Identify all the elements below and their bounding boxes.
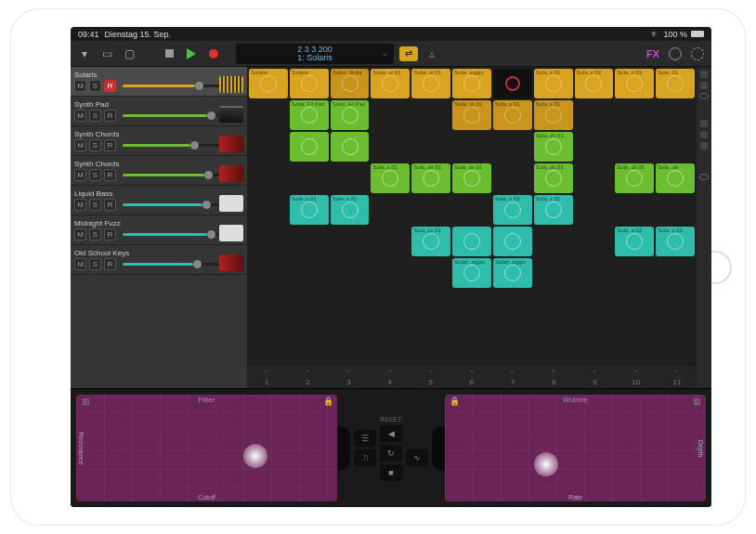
loop-cell[interactable]: Sola..s 01 [290,195,329,225]
empty-cell[interactable] [290,163,329,193]
empty-cell[interactable] [656,132,695,162]
track-header[interactable]: Synth Chords M S R [71,126,247,156]
xy-pad-filter[interactable]: ▥ Filter 🔒 Resonance Cutoff [76,395,337,501]
record-enable-button[interactable]: R [104,228,116,241]
fx-button[interactable]: FX [645,46,661,62]
empty-cell[interactable] [452,195,491,225]
scene-trigger[interactable]: 9 [575,366,614,388]
track-header[interactable]: Synth Chords M S R [71,156,247,186]
loop-cell[interactable]: Solaris [290,69,329,98]
record-enable-button[interactable]: R [104,110,116,122]
mute-button[interactable]: M [74,258,86,270]
record-enable-button[interactable]: R [104,169,116,181]
solo-button[interactable]: S [89,169,101,181]
solo-button[interactable]: S [89,199,101,211]
xy-orb[interactable] [534,452,558,476]
empty-cell[interactable] [534,227,573,256]
strip-marker[interactable] [700,82,708,89]
empty-cell[interactable] [575,195,614,225]
loop-cell[interactable]: Sola..s 03 [615,69,654,98]
loop-cell[interactable]: Sola..ds 01 [534,132,573,162]
cycle-button[interactable]: ⇄ [399,46,418,61]
record-enable-button[interactable]: R [104,139,116,151]
empty-cell[interactable] [615,195,654,225]
view-menu-button[interactable]: ▾ [76,46,93,62]
loop-cell[interactable]: Sola..s 03 [656,227,695,256]
mute-button[interactable]: M [74,228,86,241]
track-header[interactable]: Old School Keys M S R [71,245,247,275]
instrument-icon[interactable] [219,136,243,152]
scene-trigger[interactable]: 10 [617,366,656,388]
xy-orb[interactable] [243,444,267,468]
loop-cell[interactable]: Sola..s 01 [331,195,370,225]
empty-cell[interactable] [371,100,410,130]
reverse-button[interactable]: ◀ [380,425,402,442]
empty-cell[interactable] [290,227,329,256]
settings-icon[interactable]: ☰ [354,430,376,447]
waveform-sine-icon[interactable]: ∿ [406,449,428,466]
empty-cell[interactable] [290,258,329,288]
loop-cell[interactable]: Solari..eggio [493,258,532,288]
loop-cell[interactable]: Solar..Fil Pad [331,100,370,130]
stop-button[interactable] [160,46,178,62]
empty-cell[interactable] [493,163,532,193]
loop-cell[interactable]: Solar..st 01 [452,100,491,130]
instrument-icon[interactable] [219,195,243,212]
instrument-icon[interactable] [219,76,243,93]
scratch-button[interactable]: ↻ [380,445,402,462]
mute-button[interactable]: M [74,80,86,92]
loop-cell[interactable]: Sola..ds 01 [534,163,573,193]
metronome-button[interactable]: ▵ [424,46,440,62]
solo-button[interactable]: S [89,258,101,270]
lock-icon[interactable]: 🔒 [322,397,333,406]
browser-button[interactable]: ▭ [98,46,115,62]
scene-trigger[interactable]: 4 [371,366,410,388]
loop-cell[interactable]: Solari..Build [331,69,370,98]
empty-cell[interactable] [452,132,491,162]
empty-cell[interactable] [249,195,288,225]
scene-trigger[interactable]: 1 [247,366,286,388]
strip-marker[interactable] [700,120,708,127]
empty-cell[interactable] [249,227,288,256]
empty-cell[interactable] [411,258,450,288]
empty-cell[interactable] [371,195,410,225]
loop-cell[interactable]: Sola..s 01 [493,100,532,130]
loop-cell[interactable]: Sola..ds 01 [615,163,654,193]
view-toggle-icon[interactable] [699,93,709,99]
empty-cell[interactable] [615,258,654,288]
scene-trigger[interactable]: 7 [493,366,532,388]
loop-cell[interactable] [331,132,370,162]
scene-trigger[interactable]: 8 [534,366,573,388]
loop-cell[interactable]: Sola..s 02 [615,227,654,256]
loop-cell[interactable]: Sola..ds 01 [452,163,491,193]
instrument-icon[interactable] [219,225,243,241]
solo-button[interactable]: S [89,110,101,122]
empty-cell[interactable] [249,132,288,162]
scene-trigger[interactable]: 6 [452,366,491,388]
strip-marker[interactable] [700,142,708,150]
tape-stop-button[interactable]: ■ [380,464,402,481]
empty-cell[interactable] [615,100,654,130]
empty-cell[interactable] [249,100,288,130]
mute-button[interactable]: M [74,169,86,181]
loop-cell[interactable]: Sola..s 01 [534,100,573,130]
loop-cell[interactable]: Solari..eggio [452,258,491,288]
empty-cell[interactable] [371,258,410,288]
loop-cell[interactable]: Sola..s 01 [534,69,573,98]
strip-marker[interactable] [700,71,708,78]
empty-cell[interactable] [656,258,695,288]
loop-cell[interactable]: Sola..s 01 [371,163,410,193]
empty-cell[interactable] [575,258,614,288]
loop-cell[interactable]: Solar..st 01 [411,69,450,98]
waveform-square-icon[interactable]: ⎍ [354,449,376,466]
solo-button[interactable]: S [89,228,101,241]
loop-cell[interactable] [290,132,329,162]
view-toggle-icon[interactable] [699,174,709,180]
empty-cell[interactable] [371,227,410,256]
track-header[interactable]: Solaris M S R [71,67,247,97]
record-enable-button[interactable]: R [104,258,116,270]
empty-cell[interactable] [371,132,410,162]
loop-cell[interactable]: Solar..st 01 [371,69,410,98]
empty-cell[interactable] [615,132,654,162]
loop-cell[interactable]: Sola..01 [656,69,695,98]
